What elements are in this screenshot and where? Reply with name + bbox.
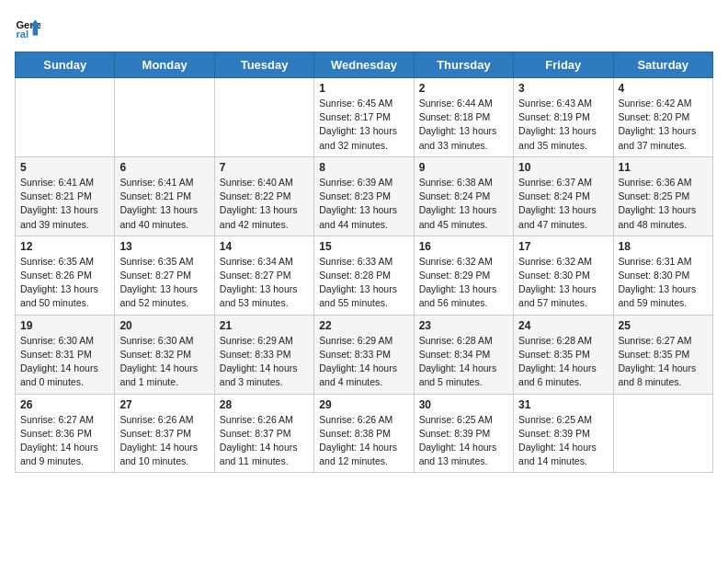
calendar-cell: 8Sunrise: 6:39 AM Sunset: 8:23 PM Daylig… bbox=[314, 156, 414, 236]
day-number: 7 bbox=[220, 161, 309, 174]
svg-text:ral: ral bbox=[16, 29, 28, 40]
calendar-cell: 16Sunrise: 6:32 AM Sunset: 8:29 PM Dayli… bbox=[414, 236, 513, 315]
calendar-cell: 18Sunrise: 6:31 AM Sunset: 8:30 PM Dayli… bbox=[613, 236, 712, 315]
calendar-cell: 10Sunrise: 6:37 AM Sunset: 8:24 PM Dayli… bbox=[514, 156, 613, 236]
day-number: 12 bbox=[20, 240, 109, 253]
calendar-cell: 28Sunrise: 6:26 AM Sunset: 8:37 PM Dayli… bbox=[214, 394, 313, 473]
day-number: 28 bbox=[220, 398, 309, 411]
day-number: 4 bbox=[619, 82, 708, 95]
day-number: 27 bbox=[119, 398, 209, 411]
calendar-cell: 27Sunrise: 6:26 AM Sunset: 8:37 PM Dayli… bbox=[115, 394, 214, 473]
day-info: Sunrise: 6:38 AM Sunset: 8:24 PM Dayligh… bbox=[419, 176, 508, 232]
day-info: Sunrise: 6:27 AM Sunset: 8:36 PM Dayligh… bbox=[20, 413, 109, 469]
day-number: 13 bbox=[119, 240, 209, 253]
weekday-header-thursday: Thursday bbox=[414, 52, 513, 78]
calendar-cell: 11Sunrise: 6:36 AM Sunset: 8:25 PM Dayli… bbox=[613, 156, 712, 236]
calendar-cell: 13Sunrise: 6:35 AM Sunset: 8:27 PM Dayli… bbox=[115, 236, 214, 315]
day-number: 6 bbox=[119, 161, 209, 174]
day-number: 10 bbox=[518, 161, 608, 174]
day-info: Sunrise: 6:30 AM Sunset: 8:32 PM Dayligh… bbox=[119, 334, 209, 390]
day-number: 8 bbox=[319, 161, 408, 174]
day-info: Sunrise: 6:35 AM Sunset: 8:26 PM Dayligh… bbox=[20, 255, 109, 311]
day-number: 25 bbox=[619, 319, 708, 332]
calendar-cell bbox=[115, 78, 214, 157]
day-info: Sunrise: 6:35 AM Sunset: 8:27 PM Dayligh… bbox=[119, 255, 209, 311]
day-number: 11 bbox=[619, 161, 708, 174]
day-info: Sunrise: 6:27 AM Sunset: 8:35 PM Dayligh… bbox=[619, 334, 708, 390]
day-info: Sunrise: 6:37 AM Sunset: 8:24 PM Dayligh… bbox=[518, 176, 608, 232]
day-number: 2 bbox=[419, 82, 508, 95]
calendar-cell: 23Sunrise: 6:28 AM Sunset: 8:34 PM Dayli… bbox=[414, 315, 513, 394]
logo-icon: Gene ral bbox=[15, 15, 40, 40]
weekday-header-sunday: Sunday bbox=[16, 52, 115, 78]
day-info: Sunrise: 6:32 AM Sunset: 8:29 PM Dayligh… bbox=[419, 255, 508, 311]
day-number: 30 bbox=[419, 398, 508, 411]
day-info: Sunrise: 6:29 AM Sunset: 8:33 PM Dayligh… bbox=[220, 334, 309, 390]
weekday-header-wednesday: Wednesday bbox=[314, 52, 414, 78]
day-info: Sunrise: 6:41 AM Sunset: 8:21 PM Dayligh… bbox=[119, 176, 209, 232]
week-row-3: 12Sunrise: 6:35 AM Sunset: 8:26 PM Dayli… bbox=[16, 236, 713, 315]
calendar-cell: 4Sunrise: 6:42 AM Sunset: 8:20 PM Daylig… bbox=[613, 78, 712, 157]
day-info: Sunrise: 6:32 AM Sunset: 8:30 PM Dayligh… bbox=[518, 255, 608, 311]
week-row-4: 19Sunrise: 6:30 AM Sunset: 8:31 PM Dayli… bbox=[16, 315, 713, 394]
day-info: Sunrise: 6:30 AM Sunset: 8:31 PM Dayligh… bbox=[20, 334, 109, 390]
week-row-1: 1Sunrise: 6:45 AM Sunset: 8:17 PM Daylig… bbox=[16, 78, 713, 157]
day-info: Sunrise: 6:45 AM Sunset: 8:17 PM Dayligh… bbox=[319, 97, 408, 153]
day-info: Sunrise: 6:33 AM Sunset: 8:28 PM Dayligh… bbox=[319, 255, 408, 311]
day-info: Sunrise: 6:40 AM Sunset: 8:22 PM Dayligh… bbox=[220, 176, 309, 232]
calendar-cell: 25Sunrise: 6:27 AM Sunset: 8:35 PM Dayli… bbox=[613, 315, 712, 394]
calendar-cell: 30Sunrise: 6:25 AM Sunset: 8:39 PM Dayli… bbox=[414, 394, 513, 473]
day-number: 26 bbox=[20, 398, 109, 411]
day-number: 5 bbox=[20, 161, 109, 174]
day-info: Sunrise: 6:41 AM Sunset: 8:21 PM Dayligh… bbox=[20, 176, 109, 232]
day-info: Sunrise: 6:43 AM Sunset: 8:19 PM Dayligh… bbox=[518, 97, 608, 153]
calendar-cell: 15Sunrise: 6:33 AM Sunset: 8:28 PM Dayli… bbox=[314, 236, 414, 315]
calendar-cell: 24Sunrise: 6:28 AM Sunset: 8:35 PM Dayli… bbox=[514, 315, 613, 394]
week-row-2: 5Sunrise: 6:41 AM Sunset: 8:21 PM Daylig… bbox=[16, 156, 713, 236]
day-info: Sunrise: 6:26 AM Sunset: 8:37 PM Dayligh… bbox=[220, 413, 309, 469]
day-number: 18 bbox=[619, 240, 708, 253]
day-number: 29 bbox=[319, 398, 408, 411]
calendar-cell: 20Sunrise: 6:30 AM Sunset: 8:32 PM Dayli… bbox=[115, 315, 214, 394]
weekday-header-tuesday: Tuesday bbox=[214, 52, 313, 78]
calendar-cell: 6Sunrise: 6:41 AM Sunset: 8:21 PM Daylig… bbox=[115, 156, 214, 236]
calendar-cell bbox=[613, 394, 712, 473]
day-number: 17 bbox=[518, 240, 608, 253]
day-info: Sunrise: 6:26 AM Sunset: 8:37 PM Dayligh… bbox=[119, 413, 209, 469]
calendar-cell: 17Sunrise: 6:32 AM Sunset: 8:30 PM Dayli… bbox=[514, 236, 613, 315]
week-row-5: 26Sunrise: 6:27 AM Sunset: 8:36 PM Dayli… bbox=[16, 394, 713, 473]
calendar-cell: 14Sunrise: 6:34 AM Sunset: 8:27 PM Dayli… bbox=[214, 236, 313, 315]
day-number: 22 bbox=[319, 319, 408, 332]
day-number: 16 bbox=[419, 240, 508, 253]
day-number: 24 bbox=[518, 319, 608, 332]
day-info: Sunrise: 6:34 AM Sunset: 8:27 PM Dayligh… bbox=[220, 255, 309, 311]
calendar-cell: 3Sunrise: 6:43 AM Sunset: 8:19 PM Daylig… bbox=[514, 78, 613, 157]
day-info: Sunrise: 6:28 AM Sunset: 8:35 PM Dayligh… bbox=[518, 334, 608, 390]
calendar-cell: 1Sunrise: 6:45 AM Sunset: 8:17 PM Daylig… bbox=[314, 78, 414, 157]
calendar-cell: 5Sunrise: 6:41 AM Sunset: 8:21 PM Daylig… bbox=[16, 156, 115, 236]
calendar-cell: 29Sunrise: 6:26 AM Sunset: 8:38 PM Dayli… bbox=[314, 394, 414, 473]
calendar-cell: 26Sunrise: 6:27 AM Sunset: 8:36 PM Dayli… bbox=[16, 394, 115, 473]
day-info: Sunrise: 6:36 AM Sunset: 8:25 PM Dayligh… bbox=[619, 176, 708, 232]
day-number: 15 bbox=[319, 240, 408, 253]
day-number: 9 bbox=[419, 161, 508, 174]
calendar-cell bbox=[214, 78, 313, 157]
weekday-header-friday: Friday bbox=[514, 52, 613, 78]
day-number: 31 bbox=[518, 398, 608, 411]
calendar-cell: 7Sunrise: 6:40 AM Sunset: 8:22 PM Daylig… bbox=[214, 156, 313, 236]
calendar-cell: 31Sunrise: 6:25 AM Sunset: 8:39 PM Dayli… bbox=[514, 394, 613, 473]
day-number: 3 bbox=[518, 82, 608, 95]
day-number: 19 bbox=[20, 319, 109, 332]
calendar-cell: 21Sunrise: 6:29 AM Sunset: 8:33 PM Dayli… bbox=[214, 315, 313, 394]
day-info: Sunrise: 6:26 AM Sunset: 8:38 PM Dayligh… bbox=[319, 413, 408, 469]
weekday-header-row: SundayMondayTuesdayWednesdayThursdayFrid… bbox=[16, 52, 713, 78]
day-info: Sunrise: 6:42 AM Sunset: 8:20 PM Dayligh… bbox=[619, 97, 708, 153]
logo: Gene ral bbox=[15, 15, 44, 40]
day-number: 21 bbox=[220, 319, 309, 332]
calendar-cell: 12Sunrise: 6:35 AM Sunset: 8:26 PM Dayli… bbox=[16, 236, 115, 315]
calendar-cell bbox=[16, 78, 115, 157]
day-number: 14 bbox=[220, 240, 309, 253]
calendar-cell: 19Sunrise: 6:30 AM Sunset: 8:31 PM Dayli… bbox=[16, 315, 115, 394]
calendar-cell: 22Sunrise: 6:29 AM Sunset: 8:33 PM Dayli… bbox=[314, 315, 414, 394]
page-header: Gene ral bbox=[15, 15, 713, 40]
